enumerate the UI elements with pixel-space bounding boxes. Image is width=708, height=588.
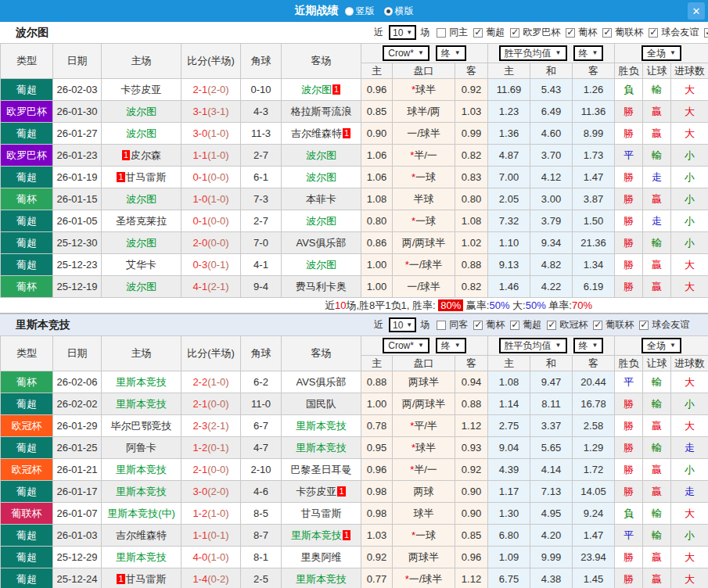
wdl-average-select[interactable]: 胜平负均值▼ (499, 45, 567, 61)
match-date: 26-02-03 (53, 79, 102, 101)
home-team-link[interactable]: 甘马雷斯 (126, 171, 167, 183)
away-team-link[interactable]: 格拉斯哥流浪 (291, 106, 352, 117)
recent-matches-table: 类型日期主场比分(半场)角球客场Crow*▼终▼胜平负均值▼终▼全场▼主盘口客主… (0, 335, 708, 588)
match-scope-select[interactable]: 全场▼ (642, 338, 681, 353)
league-filter-checkbox[interactable] (593, 321, 602, 330)
home-team-link[interactable]: 波尔图 (126, 281, 156, 292)
league-filter-checkbox[interactable] (704, 28, 708, 38)
half-time-score: (2-1) (207, 420, 228, 432)
wdl-average-select[interactable]: 胜平负均值▼ (499, 338, 567, 353)
away-team-link[interactable]: 里斯本竞技 (291, 529, 342, 541)
half-time-score: (1-0) (207, 376, 228, 388)
match-date: 26-01-25 (53, 437, 102, 459)
recent-count-select[interactable]: 10▼ (389, 25, 416, 40)
league-filter-checkbox[interactable] (649, 28, 658, 38)
home-team-link[interactable]: 卡莎皮亚 (121, 84, 162, 95)
odds-home-win: 6.80 (488, 525, 530, 547)
same-venue-checkbox[interactable] (437, 28, 446, 38)
corner-count: 2-7 (241, 210, 282, 232)
away-team-link[interactable]: AVS俱乐部 (296, 376, 346, 388)
away-team-link[interactable]: 波尔图 (306, 259, 336, 271)
result-handicap: 贏 (643, 547, 671, 568)
handicap-final-select[interactable]: 终▼ (436, 45, 466, 61)
same-venue-checkbox[interactable] (437, 321, 446, 330)
home-team-link[interactable]: 里斯本竞技 (116, 398, 167, 410)
away-team-link[interactable]: 国民队 (306, 398, 336, 410)
full-time-score: 2-1 (192, 398, 207, 410)
league-filter-checkbox[interactable] (473, 28, 483, 38)
away-team-link[interactable]: 里奥阿维 (301, 551, 342, 563)
home-team-link[interactable]: 里斯本竞技 (116, 486, 167, 497)
home-team-link[interactable]: 艾华卡 (126, 259, 156, 271)
home-team-link[interactable]: 阿鲁卡 (126, 442, 156, 454)
away-team-link[interactable]: 里斯本竞技 (296, 420, 347, 432)
handicap-line: *半/一 (393, 459, 455, 481)
home-team-link[interactable]: 里斯本竞技 (116, 376, 167, 388)
league-filter-checkbox[interactable] (510, 321, 519, 330)
match-scope-select[interactable]: 全场▼ (642, 45, 681, 61)
home-team: 1甘马雷斯 (102, 167, 181, 188)
home-team-link[interactable]: 圣塔克莱拉 (116, 215, 167, 227)
away-team-link[interactable]: 甘马雷斯 (301, 507, 342, 519)
layout-radio-selected[interactable]: 横版 (384, 5, 414, 18)
home-team-link[interactable]: 里斯本竞技 (116, 551, 167, 563)
match-row: 葡联杯26-01-07里斯本竞技(中)1-2(1-0)8-5甘马雷斯0.98球半… (1, 503, 708, 525)
home-team-link[interactable]: 皮尔森 (131, 149, 161, 161)
league-filter-checkbox[interactable] (602, 28, 612, 38)
league-filter-checkbox[interactable] (473, 321, 483, 330)
corner-count: 4-3 (241, 101, 282, 123)
away-team-link[interactable]: 卡莎皮亚 (296, 486, 336, 497)
column-header: 比分(半场) (181, 336, 241, 371)
full-time-score: 1-2 (192, 507, 207, 519)
score: 2-3(2-1) (181, 415, 241, 437)
bookmaker-select[interactable]: Crow*▼ (383, 45, 429, 61)
odds-home-win: 4.39 (488, 459, 530, 481)
league-filter-checkbox[interactable] (566, 28, 575, 38)
summary-part: 场,胜8平1负1, 胜率: (346, 299, 438, 311)
league-filter-checkbox[interactable] (547, 321, 556, 330)
away-team-link[interactable]: 波尔图 (306, 215, 336, 227)
handicap-line: *一球 (393, 210, 455, 232)
recent-count-select[interactable]: 10▼ (389, 317, 416, 332)
wdl-final-select[interactable]: 终▼ (573, 45, 604, 61)
home-team-link[interactable]: 毕尔巴鄂竞技 (111, 420, 172, 432)
bookmaker-select[interactable]: Crow*▼ (383, 338, 429, 353)
sub-column-header: 主 (361, 356, 393, 371)
result-wdl: 勝 (615, 167, 643, 188)
handicap-final-select[interactable]: 终▼ (436, 338, 466, 353)
home-team-link[interactable]: 里斯本竞技 (116, 464, 167, 475)
home-team-link[interactable]: 甘马雷斯 (126, 573, 167, 585)
result-wdl: 平 (615, 145, 643, 167)
away-team-link[interactable]: 里斯本竞技 (296, 573, 347, 585)
label: 全场 (647, 339, 666, 353)
home-team-link[interactable]: 吉尔维森特 (116, 529, 167, 541)
away-team-link[interactable]: 波尔图 (301, 84, 332, 95)
league-filter-checkbox[interactable] (510, 28, 519, 38)
home-team-link[interactable]: 波尔图 (126, 106, 156, 117)
match-row: 欧罗巴杯26-01-30波尔图3-1(3-1)4-3格拉斯哥流浪0.85球半/两… (1, 101, 708, 123)
away-team-link[interactable]: 巴黎圣日耳曼 (291, 464, 352, 475)
home-team-link[interactable]: 波尔图 (126, 237, 156, 249)
away-team-link[interactable]: 波尔图 (306, 149, 336, 161)
handicap-home-odds: 0.98 (361, 503, 393, 525)
home-team-link[interactable]: 波尔图 (126, 127, 156, 139)
away-team-link[interactable]: AVS俱乐部 (296, 237, 346, 249)
away-team-link[interactable]: 费马利卡奥 (296, 281, 347, 292)
wdl-final-select[interactable]: 终▼ (573, 338, 604, 353)
label: 胜平负均值 (505, 339, 552, 353)
handicap-home-odds: 1.08 (361, 188, 393, 210)
close-icon[interactable]: ✕ (688, 2, 705, 20)
handicap-away-odds: 0.80 (455, 188, 488, 210)
odds-away-win: 21.36 (573, 232, 615, 254)
home-team-link[interactable]: 波尔图 (126, 193, 156, 205)
home-team-link[interactable]: 里斯本竞技(中) (107, 507, 175, 519)
handicap-away-odds: 0.83 (455, 167, 488, 188)
away-team-link[interactable]: 本菲卡 (306, 193, 336, 205)
header-select-group: 全场▼ (615, 44, 708, 63)
away-team-link[interactable]: 吉尔维森特 (291, 127, 342, 139)
away-team-link[interactable]: 里斯本竞技 (296, 442, 347, 454)
league-filter-checkbox[interactable] (639, 321, 649, 330)
away-team-link[interactable]: 波尔图 (306, 171, 336, 183)
odds-away-win: 1.26 (573, 79, 615, 101)
layout-radio-option[interactable]: 竖版 (345, 5, 375, 18)
